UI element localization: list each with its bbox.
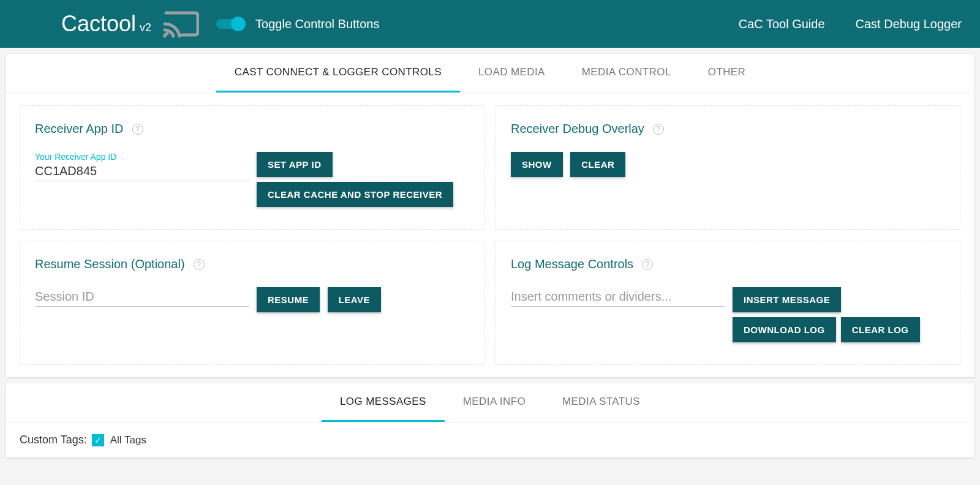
tab-log-messages[interactable]: LOG MESSAGES <box>322 383 445 422</box>
help-icon[interactable]: ? <box>194 259 205 270</box>
receiver-app-id-label: Your Receiver App ID <box>35 152 249 162</box>
help-icon[interactable]: ? <box>653 124 664 135</box>
panel-title-log-controls: Log Message Controls ? <box>511 257 945 271</box>
log-body: Custom Tags: ✓ All Tags <box>6 423 974 457</box>
toggle-control-buttons[interactable] <box>216 19 243 29</box>
clear-button[interactable]: CLEAR <box>570 152 625 177</box>
main-card: CAST CONNECT & LOGGER CONTROLS LOAD MEDI… <box>6 54 974 377</box>
panel-title-receiver-app-id: Receiver App ID ? <box>35 122 469 136</box>
cast-icon[interactable] <box>162 9 199 39</box>
panel-title-text: Receiver Debug Overlay <box>511 122 644 136</box>
panel-title-text: Receiver App ID <box>35 122 124 136</box>
panel-grid: Receiver App ID ? Your Receiver App ID S… <box>6 93 974 377</box>
tab-cast-connect[interactable]: CAST CONNECT & LOGGER CONTROLS <box>216 54 460 92</box>
custom-tags-label: Custom Tags: <box>20 434 87 446</box>
panel-title-resume-session: Resume Session (Optional) ? <box>35 257 469 271</box>
insert-message-button[interactable]: INSERT MESSAGE <box>733 287 841 312</box>
set-app-id-button[interactable]: SET APP ID <box>257 152 333 177</box>
log-message-input[interactable] <box>511 287 725 307</box>
receiver-app-id-input[interactable] <box>35 162 249 181</box>
help-icon[interactable]: ? <box>132 124 143 135</box>
tab-load-media[interactable]: LOAD MEDIA <box>460 54 564 92</box>
app-title: Cactool <box>61 11 136 37</box>
main-tabbar: CAST CONNECT & LOGGER CONTROLS LOAD MEDI… <box>6 54 974 93</box>
log-card: LOG MESSAGES MEDIA INFO MEDIA STATUS Cus… <box>6 383 974 457</box>
panel-log-message-controls: Log Message Controls ? INSERT MESSAGE DO… <box>496 241 960 365</box>
toggle-label: Toggle Control Buttons <box>255 17 379 31</box>
log-tabbar: LOG MESSAGES MEDIA INFO MEDIA STATUS <box>6 383 974 423</box>
panel-resume-session: Resume Session (Optional) ? RESUME LEAVE <box>20 241 484 365</box>
clear-cache-stop-receiver-button[interactable]: CLEAR CACHE AND STOP RECEIVER <box>257 182 453 207</box>
header-link-guide[interactable]: CaC Tool Guide <box>739 17 825 31</box>
all-tags-checkbox[interactable]: ✓ <box>92 434 104 446</box>
tab-media-status[interactable]: MEDIA STATUS <box>544 383 658 422</box>
panel-receiver-app-id: Receiver App ID ? Your Receiver App ID S… <box>20 105 484 230</box>
tab-media-control[interactable]: MEDIA CONTROL <box>564 54 690 92</box>
tab-media-info[interactable]: MEDIA INFO <box>445 383 544 422</box>
help-icon[interactable]: ? <box>642 259 653 270</box>
toggle-knob <box>231 17 246 31</box>
panel-title-debug-overlay: Receiver Debug Overlay ? <box>511 122 945 136</box>
resume-button[interactable]: RESUME <box>257 287 320 312</box>
panel-title-text: Resume Session (Optional) <box>35 257 185 271</box>
header-link-debug-logger[interactable]: Cast Debug Logger <box>856 17 962 31</box>
app-header: Cactool v2 Toggle Control Buttons CaC To… <box>0 0 980 48</box>
show-button[interactable]: SHOW <box>511 152 563 177</box>
clear-log-button[interactable]: CLEAR LOG <box>841 317 920 342</box>
session-id-input[interactable] <box>35 287 249 307</box>
tab-other[interactable]: OTHER <box>690 54 764 92</box>
app-version: v2 <box>140 21 151 34</box>
download-log-button[interactable]: DOWNLOAD LOG <box>733 317 836 342</box>
leave-button[interactable]: LEAVE <box>328 287 381 312</box>
panel-title-text: Log Message Controls <box>511 257 633 271</box>
panel-debug-overlay: Receiver Debug Overlay ? SHOW CLEAR <box>496 105 960 230</box>
all-tags-label: All Tags <box>110 434 146 446</box>
